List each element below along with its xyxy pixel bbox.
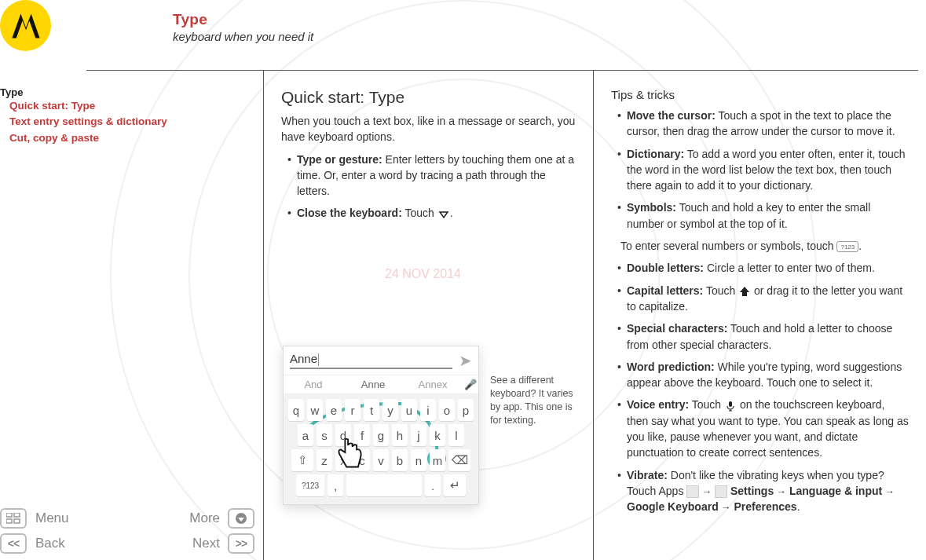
key: u [401, 399, 417, 421]
key: r [345, 399, 361, 421]
tip-item: Vibrate: Don't like the vibrating keys w… [617, 467, 909, 515]
tip-item: Symbols: Touch and hold a key to enter t… [617, 199, 909, 232]
key: l [448, 424, 464, 446]
key: y [382, 399, 398, 421]
bottom-nav: Menu More << Back Next >> [0, 508, 263, 554]
keyboard-row: ?123 , . ↵ [285, 474, 477, 496]
key: q [288, 399, 304, 421]
phone-mock: Anne ➤ And Anne Annex 🎤 qwertyuiop asdfg… [283, 346, 479, 505]
enter-key: ↵ [444, 474, 466, 496]
backspace-key: ⌫ [448, 449, 470, 471]
apps-icon [686, 485, 699, 498]
num-key-icon: ?123 [836, 241, 858, 252]
bullet-item: Type or gesture: Enter letters by touchi… [287, 152, 576, 199]
text-input-row: Anne ➤ [284, 346, 478, 375]
space-key [346, 474, 422, 496]
back-label: Back [35, 536, 132, 551]
key: n [411, 449, 426, 471]
key: i [420, 399, 436, 421]
menu-button[interactable] [0, 508, 27, 529]
intro-text: When you touch a text box, like in a mes… [281, 113, 576, 145]
bullet-label: Type or gesture: [297, 153, 382, 166]
back-button[interactable]: << [0, 533, 27, 554]
toc-heading: Type [0, 86, 255, 98]
key: m [430, 449, 445, 471]
keyboard-row: ⇧ zxcvbnm⌫ [285, 449, 477, 471]
text-input: Anne [290, 352, 452, 369]
illustration-caption: See a different keyboard? It varies by a… [490, 374, 580, 427]
toc-item[interactable]: Text entry settings & dictionary [0, 114, 255, 130]
key: t [364, 399, 379, 421]
svg-rect-2 [6, 519, 12, 523]
toc-item[interactable]: Quick start: Type [0, 98, 255, 114]
next-button[interactable]: >> [228, 533, 254, 554]
key: g [373, 424, 389, 446]
key: s [317, 424, 332, 446]
svg-rect-0 [6, 513, 12, 517]
motorola-logo [0, 0, 51, 51]
content-col-1: Quick start: Type When you touch a text … [263, 71, 593, 560]
keyboard-row: qwertyuiop [285, 399, 477, 421]
svg-rect-6 [729, 401, 732, 407]
phone-illustration: Anne ➤ And Anne Annex 🎤 qwertyuiop asdfg… [283, 346, 580, 505]
tip-item: Capital letters: Touch or drag it to the… [617, 283, 909, 315]
keyboard: qwertyuiop asdfghjkl ⇧ zxcvbnm⌫ ?123 , .… [284, 394, 478, 504]
key: v [373, 449, 389, 471]
shift-key: ⇧ [291, 449, 313, 471]
settings-icon [715, 485, 727, 498]
key: k [430, 424, 445, 446]
key: p [458, 399, 474, 421]
comma-key: , [328, 474, 343, 496]
tips-heading: Tips & tricks [611, 88, 909, 101]
key: z [317, 449, 332, 471]
tip-item: Move the cursor: Touch a spot in the tex… [617, 108, 909, 140]
send-icon: ➤ [452, 351, 472, 370]
key: f [354, 424, 370, 446]
bullet-text: Touch [402, 207, 437, 219]
keyboard-row: asdfghjkl [285, 424, 477, 446]
page-header: Type keyboard when you need it [86, 0, 918, 71]
key: j [411, 424, 426, 446]
sym-key: ?123 [296, 474, 324, 496]
mic-icon [724, 400, 737, 412]
toc-item[interactable]: Cut, copy & paste [0, 130, 255, 146]
tip-item: Dictionary: To add a word you enter ofte… [617, 146, 909, 194]
page-title: Type [173, 11, 918, 28]
more-button[interactable] [228, 508, 254, 529]
svg-rect-1 [14, 513, 20, 517]
key: e [326, 399, 342, 421]
tip-item: Word prediction: While you're typing, wo… [617, 359, 909, 391]
key: b [392, 449, 408, 471]
prediction: Annex [403, 379, 463, 390]
tip-followup: To enter several numbers or symbols, tou… [620, 238, 909, 254]
more-label: More [132, 511, 229, 526]
key: x [335, 449, 351, 471]
bullet-item: Close the keyboard: Touch . [287, 205, 576, 221]
key: c [354, 449, 370, 471]
svg-rect-3 [14, 519, 20, 523]
shift-icon [738, 285, 751, 298]
next-label: Next [132, 536, 229, 551]
prediction: Anne [343, 379, 403, 390]
mic-icon: 🎤 [463, 379, 478, 390]
prediction-bar: And Anne Annex 🎤 [284, 375, 478, 394]
menu-label: Menu [35, 511, 132, 526]
tip-item: Double letters: Circle a letter to enter… [617, 260, 909, 276]
prediction: And [284, 379, 343, 390]
page-subtitle: keyboard when you need it [173, 30, 918, 43]
sidebar: Type Quick start: Type Text entry settin… [0, 71, 263, 560]
key: a [298, 424, 313, 446]
key: h [392, 424, 408, 446]
bullet-label: Close the keyboard: [297, 207, 402, 219]
content-col-2: Tips & tricks Move the cursor: Touch a s… [593, 71, 926, 560]
key: w [307, 399, 323, 421]
tip-item: Voice entry: Touch on the touchscreen ke… [617, 397, 909, 460]
chevron-down-icon [437, 208, 450, 221]
period-key: . [425, 474, 441, 496]
key: d [335, 424, 351, 446]
bullet-text-after: . [450, 207, 453, 219]
tip-item: Special characters: Touch and hold a let… [617, 320, 909, 353]
section-heading: Quick start: Type [281, 88, 576, 107]
key: o [439, 399, 455, 421]
